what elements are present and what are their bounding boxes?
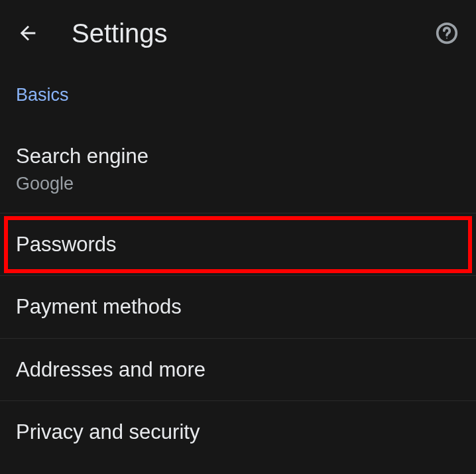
svg-point-1: [446, 38, 447, 39]
app-header: Settings: [0, 0, 476, 66]
section-label-basics: Basics: [0, 66, 476, 112]
item-title: Payment methods: [16, 294, 460, 319]
settings-item-payment-methods[interactable]: Payment methods: [0, 276, 476, 338]
item-title: Passwords: [16, 232, 460, 257]
item-subtitle: Google: [16, 174, 460, 194]
back-arrow-icon[interactable]: [16, 21, 40, 45]
settings-item-addresses[interactable]: Addresses and more: [0, 339, 476, 401]
item-title: Search engine: [16, 144, 460, 168]
item-title: Addresses and more: [16, 357, 460, 382]
page-title: Settings: [72, 19, 434, 48]
settings-item-privacy[interactable]: Privacy and security: [0, 401, 476, 463]
help-icon[interactable]: [434, 20, 460, 46]
settings-item-passwords[interactable]: Passwords: [0, 213, 476, 276]
item-title: Privacy and security: [16, 420, 460, 444]
highlighted-item-container: Passwords: [0, 213, 476, 276]
settings-item-search-engine[interactable]: Search engine Google: [0, 112, 476, 213]
